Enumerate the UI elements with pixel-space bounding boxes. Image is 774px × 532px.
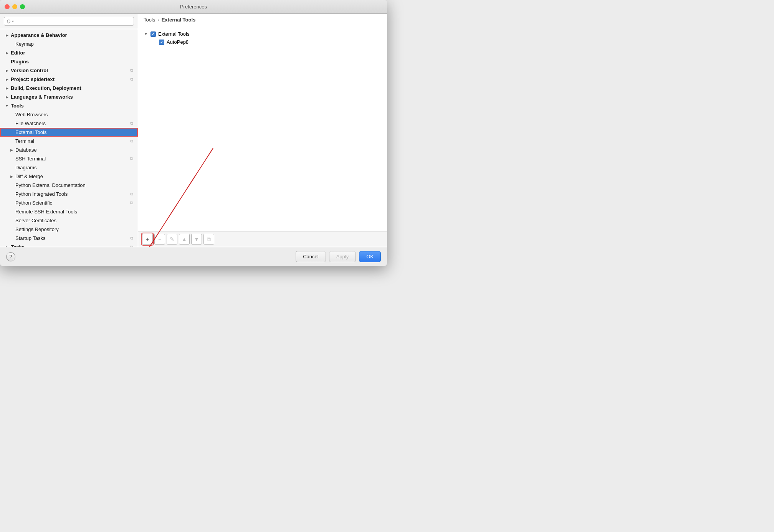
sidebar-item-project[interactable]: Project: spidertext ⧉ [0, 75, 138, 84]
close-button[interactable] [5, 4, 10, 9]
minimize-button[interactable] [12, 4, 17, 9]
titlebar: Preferences [0, 0, 387, 14]
chevron-right-icon [5, 86, 9, 91]
add-tool-button[interactable]: + [142, 234, 153, 245]
breadcrumb: Tools › External Tools [138, 14, 387, 26]
sidebar-item-label: Project: spidertext [11, 76, 129, 82]
sidebar-item-label: Version Control [11, 68, 129, 73]
tool-tree-child-row: AutoPep8 [144, 38, 382, 46]
cancel-button[interactable]: Cancel [296, 251, 326, 262]
sidebar-item-python-integrated[interactable]: Python Integrated Tools ⧉ [0, 190, 138, 198]
spacer [9, 236, 14, 241]
sidebar-item-python-ext-doc[interactable]: Python External Documentation [0, 181, 138, 190]
bottom-bar: ? Cancel Apply OK [0, 247, 387, 266]
right-panel: Tools › External Tools External Tools Au… [138, 14, 387, 247]
sidebar-item-startup-tasks[interactable]: Startup Tasks ⧉ [0, 234, 138, 243]
chevron-down-icon [144, 32, 148, 36]
spacer [9, 183, 14, 188]
sidebar-item-label: Server Certificates [15, 218, 133, 223]
breadcrumb-separator: › [157, 17, 159, 23]
sidebar-item-diff-merge[interactable]: Diff & Merge [0, 172, 138, 181]
sidebar-item-remote-ssh[interactable]: Remote SSH External Tools [0, 207, 138, 216]
copy-icon: ⧉ [130, 77, 133, 82]
edit-tool-button[interactable]: ✎ [167, 234, 177, 245]
main-content: Q ▾ Appearance & Behavior Keymap Editor [0, 14, 387, 247]
window-title: Preferences [180, 4, 207, 10]
remove-tool-button[interactable]: − [154, 234, 165, 245]
maximize-button[interactable] [20, 4, 25, 9]
sidebar-item-label: Appearance & Behavior [11, 32, 133, 38]
sidebar-item-plugins[interactable]: Plugins [0, 57, 138, 66]
move-up-button[interactable]: ▲ [179, 234, 190, 245]
chevron-down-icon [5, 104, 9, 108]
bottom-left: ? [6, 252, 15, 261]
sidebar-item-tasks[interactable]: Tasks ⧉ [0, 243, 138, 247]
sidebar-item-appearance[interactable]: Appearance & Behavior [0, 31, 138, 40]
chevron-right-icon [9, 174, 14, 179]
sidebar: Q ▾ Appearance & Behavior Keymap Editor [0, 14, 138, 247]
chevron-right-icon [5, 51, 9, 55]
sidebar-item-languages[interactable]: Languages & Frameworks [0, 93, 138, 101]
spacer [5, 59, 9, 64]
sidebar-item-terminal[interactable]: Terminal ⧉ [0, 137, 138, 145]
autopep8-label: AutoPep8 [167, 39, 189, 45]
sidebar-item-label: Remote SSH External Tools [15, 209, 133, 215]
sidebar-item-server-certs[interactable]: Server Certificates [0, 216, 138, 225]
sidebar-item-keymap[interactable]: Keymap [0, 40, 138, 48]
sidebar-item-label: SSH Terminal [15, 156, 129, 162]
tool-tree-parent-row: External Tools [144, 30, 382, 38]
sidebar-item-database[interactable]: Database [0, 145, 138, 154]
chevron-right-icon [9, 148, 14, 152]
tool-tree-area: External Tools AutoPep8 [138, 26, 387, 231]
search-dropdown-icon: ▾ [12, 19, 14, 23]
sidebar-item-label: Diagrams [15, 165, 133, 170]
spacer [9, 201, 14, 205]
external-tools-checkbox[interactable] [150, 31, 156, 37]
chevron-right-icon [5, 68, 9, 73]
sidebar-item-web-browsers[interactable]: Web Browsers [0, 110, 138, 119]
chevron-right-icon [5, 77, 9, 82]
move-down-button[interactable]: ▼ [191, 234, 202, 245]
tool-toolbar: + − ✎ ▲ ▼ ⧉ [138, 231, 387, 247]
sidebar-item-python-scientific[interactable]: Python Scientific ⧉ [0, 198, 138, 207]
sidebar-item-label: Python Integrated Tools [15, 191, 129, 197]
spacer [9, 139, 14, 144]
sidebar-item-label: Web Browsers [15, 112, 133, 117]
sidebar-item-diagrams[interactable]: Diagrams [0, 163, 138, 172]
sidebar-item-label: Editor [11, 50, 133, 56]
sidebar-item-build[interactable]: Build, Execution, Deployment [0, 84, 138, 93]
bottom-right: Cancel Apply OK [296, 251, 381, 262]
help-button[interactable]: ? [6, 252, 15, 261]
sidebar-item-label: Database [15, 147, 133, 153]
sidebar-item-version-control[interactable]: Version Control ⧉ [0, 66, 138, 75]
apply-button[interactable]: Apply [329, 251, 356, 262]
sidebar-item-tools[interactable]: Tools [0, 101, 138, 110]
external-tools-label: External Tools [158, 31, 189, 37]
sidebar-item-label: Diff & Merge [15, 173, 133, 179]
sidebar-item-label: Keymap [15, 41, 133, 47]
copy-icon: ⧉ [130, 156, 133, 161]
ok-button[interactable]: OK [359, 251, 381, 262]
spacer [9, 121, 14, 126]
search-bar: Q ▾ [0, 14, 138, 29]
spacer [9, 130, 14, 135]
copy-tool-button[interactable]: ⧉ [203, 234, 214, 245]
sidebar-item-label: Tasks [11, 244, 129, 247]
right-panel-container: Tools › External Tools External Tools Au… [138, 14, 387, 247]
sidebar-item-label: Settings Repository [15, 226, 133, 232]
search-wrapper[interactable]: Q ▾ [4, 17, 134, 26]
sidebar-item-editor[interactable]: Editor [0, 48, 138, 57]
sidebar-item-label: Python External Documentation [15, 182, 133, 188]
sidebar-item-file-watchers[interactable]: File Watchers ⧉ [0, 119, 138, 128]
search-icon: Q [7, 19, 10, 24]
sidebar-item-label: External Tools [15, 129, 133, 135]
sidebar-item-settings-repo[interactable]: Settings Repository [0, 225, 138, 234]
chevron-right-icon [5, 33, 9, 38]
sidebar-item-ssh-terminal[interactable]: SSH Terminal ⧉ [0, 154, 138, 163]
autopep8-checkbox[interactable] [159, 40, 164, 45]
search-input[interactable] [15, 18, 131, 24]
sidebar-item-external-tools[interactable]: External Tools [0, 128, 138, 137]
breadcrumb-parent: Tools [144, 17, 155, 23]
sidebar-item-label: Python Scientific [15, 200, 129, 206]
sidebar-item-label: File Watchers [15, 121, 129, 126]
